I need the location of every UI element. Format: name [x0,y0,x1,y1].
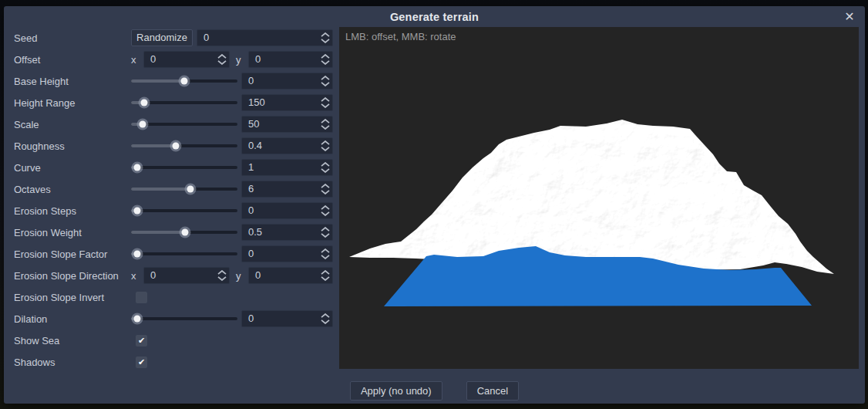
row-erosion-weight: Erosion Weight 0.5 [14,221,333,243]
height-range-spinbox[interactable]: 150 [241,94,333,111]
scale-value: 50 [242,117,320,132]
erosion-slope-factor-slider[interactable] [131,245,237,262]
erosion-slope-factor-spinbox[interactable]: 0 [241,245,333,262]
spin-arrows-icon[interactable] [217,270,227,281]
dilation-value: 0 [242,311,320,326]
terrain-preview-viewport[interactable]: LMB: offset, MMB: rotate [339,27,859,369]
parameter-form: Seed Randomize 0 Offset x 0 y 0 [14,27,333,373]
erosion-slope-factor-value: 0 [242,246,320,262]
slider-handle[interactable] [182,229,189,236]
row-octaves: Octaves 6 [14,178,333,200]
spin-arrows-icon[interactable] [320,140,331,151]
check-icon: ✔ [136,357,147,368]
curve-slider[interactable] [131,159,237,176]
spin-arrows-icon[interactable] [320,97,331,108]
erosion-slope-invert-checkbox[interactable] [136,292,147,303]
randomize-button[interactable]: Randomize [131,29,193,46]
spin-arrows-icon[interactable] [320,227,331,238]
close-icon[interactable]: ✕ [842,9,857,25]
spin-arrows-icon[interactable] [320,205,331,216]
show-sea-checkbox[interactable]: ✔ [136,335,147,346]
erosion-steps-slider[interactable] [131,202,237,219]
roughness-value: 0.4 [242,138,320,154]
roughness-slider[interactable] [131,137,237,154]
viewport-hint: LMB: offset, MMB: rotate [345,31,456,42]
row-curve: Curve 1 [14,157,333,178]
roughness-spinbox[interactable]: 0.4 [241,137,333,154]
offset-y-spinbox[interactable]: 0 [248,51,333,68]
slider-handle[interactable] [134,208,141,215]
field-label: Offset [14,54,131,66]
slider-handle[interactable] [134,316,141,323]
dialog-footer: Apply (no undo) Cancel [4,381,865,401]
erosion-steps-value: 0 [242,203,320,218]
offset-x-spinbox[interactable]: 0 [143,51,230,68]
slider-handle[interactable] [140,100,147,106]
field-label: Erosion Weight [14,227,131,238]
scale-spinbox[interactable]: 50 [241,116,333,133]
field-label: Erosion Slope Invert [14,292,131,303]
spin-arrows-icon[interactable] [320,270,331,281]
row-roughness: Roughness 0.4 [14,135,333,157]
octaves-slider[interactable] [131,181,237,198]
row-erosion-slope-invert: Erosion Slope Invert [14,286,333,308]
shadows-checkbox[interactable]: ✔ [136,357,147,368]
field-label: Shadows [14,357,131,368]
slope-direction-y-value: 0 [249,268,320,283]
spin-arrows-icon[interactable] [320,162,331,173]
spin-arrows-icon[interactable] [320,313,331,324]
base-height-value: 0 [242,73,320,89]
generate-terrain-dialog: Generate terrain ✕ Seed Randomize 0 Offs… [4,6,865,404]
spin-arrows-icon[interactable] [320,76,331,86]
field-label: Dilation [14,313,131,325]
field-label: Curve [14,162,131,174]
field-label: Erosion Steps [14,205,131,217]
spin-arrows-icon[interactable] [320,248,331,259]
field-label: Height Range [14,97,131,109]
spin-arrows-icon[interactable] [320,184,331,194]
slider-handle[interactable] [134,251,141,258]
octaves-value: 6 [242,181,320,197]
dilation-spinbox[interactable]: 0 [241,310,333,327]
spin-arrows-icon[interactable] [217,54,227,65]
row-base-height: Base Height 0 [14,70,333,92]
seed-spinbox[interactable]: 0 [197,29,333,46]
dialog-title: Generate terrain [390,11,479,23]
base-height-slider[interactable] [131,73,237,90]
slope-direction-x-spinbox[interactable]: 0 [143,267,230,284]
y-axis-label: y [236,54,245,66]
seed-value: 0 [197,30,320,46]
cancel-button[interactable]: Cancel [466,381,519,401]
slider-handle[interactable] [181,78,188,85]
base-height-spinbox[interactable]: 0 [241,73,333,90]
y-axis-label: y [236,270,245,282]
field-label: Base Height [14,76,131,87]
height-range-slider[interactable] [131,94,237,111]
erosion-weight-slider[interactable] [131,224,237,241]
erosion-weight-spinbox[interactable]: 0.5 [241,224,333,241]
x-axis-label: x [131,54,142,66]
field-label: Octaves [14,184,131,195]
erosion-steps-spinbox[interactable]: 0 [241,202,333,219]
scale-slider[interactable] [131,116,237,133]
field-label: Seed [14,32,131,44]
slider-handle[interactable] [140,121,146,128]
curve-value: 1 [242,160,320,175]
row-show-sea: Show Sea ✔ [14,330,333,351]
row-erosion-slope-direction: Erosion Slope Direction x 0 y 0 [14,265,333,286]
spin-arrows-icon[interactable] [320,54,331,65]
curve-spinbox[interactable]: 1 [241,159,333,176]
terrain-preview-svg [339,27,859,369]
spin-arrows-icon[interactable] [320,32,331,43]
slope-direction-y-spinbox[interactable]: 0 [248,267,333,284]
octaves-spinbox[interactable]: 6 [241,181,333,198]
dilation-slider[interactable] [131,310,237,327]
height-range-value: 150 [242,95,320,110]
slider-handle[interactable] [134,164,141,171]
row-erosion-slope-factor: Erosion Slope Factor 0 [14,243,333,265]
spin-arrows-icon[interactable] [320,119,331,130]
apply-button[interactable]: Apply (no undo) [350,381,442,401]
slider-handle[interactable] [172,143,179,150]
slider-handle[interactable] [187,186,194,193]
offset-x-value: 0 [144,52,217,67]
